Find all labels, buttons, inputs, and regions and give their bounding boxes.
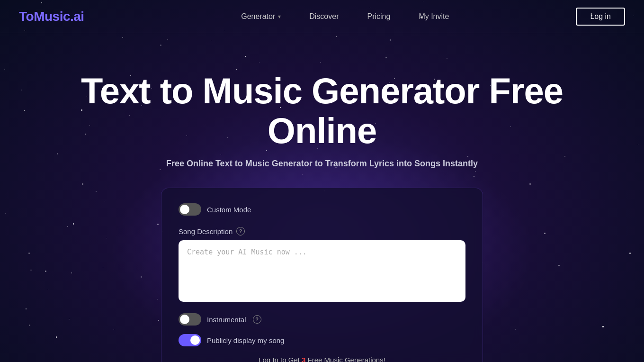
nav-links: Generator ▾ Discover Pricing My Invite: [65, 9, 625, 25]
public-display-toggle[interactable]: [179, 334, 201, 346]
nav-generator[interactable]: Generator ▾: [227, 9, 295, 25]
generator-card: Custom Mode Song Description ? Instrumen…: [161, 188, 483, 362]
hero-subtitle: Free Online Text to Music Generator to T…: [0, 159, 644, 169]
instrumental-row: Instrumental ?: [179, 313, 465, 326]
hero-section: Text to Music Generator Free Online Free…: [0, 33, 644, 362]
instrumental-help-icon[interactable]: ?: [253, 315, 261, 324]
toggle-knob: [190, 335, 200, 345]
public-display-label: Publicly display my song: [207, 336, 284, 344]
song-description-label: Song Description ?: [179, 227, 465, 235]
custom-mode-row: Custom Mode: [179, 203, 465, 216]
navbar: ToMusic.ai Generator ▾ Discover Pricing …: [0, 0, 644, 33]
hero-title: Text to Music Generator Free Online: [62, 71, 582, 150]
song-description-help-icon[interactable]: ?: [236, 227, 245, 235]
instrumental-toggle[interactable]: [179, 313, 201, 326]
logo-text-main: ToMusic: [19, 9, 70, 24]
custom-mode-toggle[interactable]: [179, 203, 201, 216]
toggle-knob: [180, 205, 189, 214]
login-prompt: Log In to Get 3 Free Music Generations!: [179, 356, 465, 362]
chevron-down-icon: ▾: [278, 13, 281, 20]
nav-pricing[interactable]: Pricing: [353, 9, 404, 25]
public-display-row: Publicly display my song: [179, 334, 465, 346]
login-button[interactable]: Log in: [576, 8, 625, 26]
instrumental-label: Instrumental: [207, 316, 246, 324]
custom-mode-label: Custom Mode: [207, 206, 251, 214]
toggle-knob: [180, 315, 189, 324]
nav-discover[interactable]: Discover: [295, 9, 353, 25]
song-description-input[interactable]: [179, 240, 465, 302]
nav-my-invite[interactable]: My Invite: [404, 9, 463, 25]
